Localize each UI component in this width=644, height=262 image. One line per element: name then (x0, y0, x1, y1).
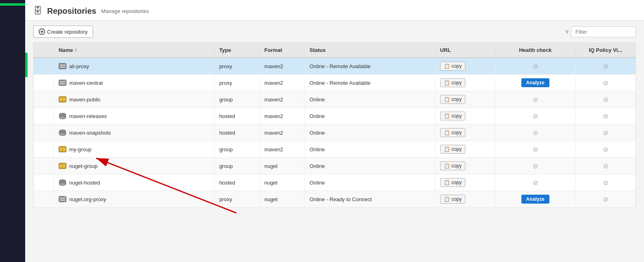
analyze-button[interactable]: Analyze (521, 195, 549, 204)
row-health-check-cell: Analyze (495, 75, 575, 91)
row-format-cell: maven2 (259, 75, 305, 91)
copy-url-button[interactable]: 📋 copy (440, 128, 465, 137)
table-row[interactable]: nuget-groupgroupnugetOnline📋 copy⊘⊘ (34, 158, 636, 174)
copy-url-button[interactable]: 📋 copy (440, 78, 465, 87)
row-type-cell: proxy (214, 191, 259, 208)
row-iq-policy-cell: ⊘ (575, 75, 635, 91)
row-checkbox-cell (34, 58, 54, 75)
main-content: 🗄 Repositories Manage repositories + Cre… (25, 0, 644, 262)
table-row[interactable]: maven-publicgroupmaven2Online📋 copy⊘⊘ (34, 91, 636, 108)
row-iq-policy-cell: ⊘ (575, 141, 635, 158)
proxy-icon (58, 195, 67, 203)
hosted-icon (58, 179, 67, 186)
analyze-button[interactable]: Analyze (521, 78, 549, 87)
col-header-iq-policy[interactable]: IQ Policy Vi... (575, 43, 635, 58)
table-row[interactable]: nuget-hostedhostednugetOnline📋 copy⊘⊘ (34, 174, 636, 191)
row-status-cell: Online (305, 108, 435, 125)
sidebar-top-bar (0, 3, 25, 6)
copy-url-button[interactable]: 📋 copy (440, 112, 465, 120)
table-row[interactable]: my-groupgroupmaven2Online📋 copy⊘⊘ (34, 141, 636, 158)
plus-icon: + (39, 28, 45, 35)
iq-policy-disabled-icon: ⊘ (603, 62, 608, 70)
svg-rect-8 (60, 83, 65, 84)
col-header-health-check[interactable]: Health check (495, 43, 575, 58)
copy-icon: 📋 (444, 97, 450, 102)
row-checkbox-cell (34, 158, 54, 174)
row-name-label: my-group (69, 146, 91, 152)
filter-icon: ▿ (566, 28, 568, 35)
iq-policy-disabled-icon: ⊘ (603, 195, 608, 203)
svg-rect-19 (63, 148, 65, 151)
row-status-cell: Online - Remote Available (305, 75, 435, 91)
hosted-icon (58, 129, 67, 136)
group-icon (58, 162, 67, 170)
col-header-type[interactable]: Type (214, 43, 259, 58)
row-name-cell: ali-proxy (54, 58, 214, 75)
page-title: Repositories (47, 6, 96, 16)
row-url-cell: 📋 copy (435, 91, 495, 108)
row-health-check-cell: ⊘ (495, 174, 575, 191)
row-format-cell: nuget (259, 158, 305, 174)
svg-point-28 (65, 197, 66, 198)
health-check-disabled-icon: ⊘ (533, 179, 538, 187)
iq-policy-disabled-icon: ⊘ (603, 112, 608, 120)
repositories-table: Name ↑ Type Format Status URL Health che… (33, 43, 636, 208)
toolbar: + Create repository ▿ (25, 21, 644, 43)
row-url-cell: 📋 copy (435, 174, 495, 191)
row-health-check-cell: ⊘ (495, 108, 575, 125)
row-format-cell: maven2 (259, 125, 305, 141)
row-checkbox-cell (34, 75, 54, 91)
row-health-check-cell: ⊘ (495, 158, 575, 174)
health-check-disabled-icon: ⊘ (533, 62, 538, 70)
page-header: 🗄 Repositories Manage repositories (25, 0, 644, 21)
sidebar (0, 0, 25, 262)
table-row[interactable]: maven-centralproxymaven2Online - Remote … (34, 75, 636, 91)
row-health-check-cell: ⊘ (495, 125, 575, 141)
table-row[interactable]: ali-proxyproxymaven2Online - Remote Avai… (34, 58, 636, 75)
repositories-icon: 🗄 (33, 6, 42, 16)
copy-url-button[interactable]: 📋 copy (440, 178, 465, 187)
row-checkbox-cell (34, 141, 54, 158)
row-format-cell: maven2 (259, 58, 305, 75)
row-url-cell: 📋 copy (435, 75, 495, 91)
row-name-label: maven-snapshots (69, 130, 111, 136)
row-format-cell: nuget (259, 174, 305, 191)
col-header-url[interactable]: URL (435, 43, 495, 58)
row-type-cell: group (214, 141, 259, 158)
col-header-format[interactable]: Format (259, 43, 305, 58)
iq-policy-disabled-icon: ⊘ (603, 179, 608, 187)
row-name-label: maven-releases (69, 113, 107, 119)
table-row[interactable]: maven-releaseshostedmaven2Online📋 copy⊘⊘ (34, 108, 636, 125)
row-name-label: maven-central (69, 80, 102, 86)
row-iq-policy-cell: ⊘ (575, 91, 635, 108)
col-header-status[interactable]: Status (305, 43, 435, 58)
copy-url-button[interactable]: 📋 copy (440, 161, 465, 170)
copy-url-button[interactable]: 📋 copy (440, 195, 465, 204)
row-format-cell: maven2 (259, 141, 305, 158)
row-url-cell: 📋 copy (435, 58, 495, 75)
copy-url-button[interactable]: 📋 copy (440, 145, 465, 154)
row-name-cell: maven-releases (54, 108, 214, 125)
row-type-cell: group (214, 158, 259, 174)
row-url-cell: 📋 copy (435, 158, 495, 174)
row-name-label: nuget-hosted (69, 180, 100, 186)
col-header-name[interactable]: Name ↑ (54, 43, 214, 58)
row-url-cell: 📋 copy (435, 125, 495, 141)
create-repository-button[interactable]: + Create repository (33, 26, 93, 38)
row-status-cell: Online - Remote Available (305, 58, 435, 75)
row-name-label: nuget-group (69, 163, 97, 169)
row-type-cell: hosted (214, 125, 259, 141)
iq-policy-disabled-icon: ⊘ (603, 79, 608, 87)
iq-policy-disabled-icon: ⊘ (603, 129, 608, 137)
copy-url-button[interactable]: 📋 copy (440, 62, 465, 71)
proxy-icon (58, 79, 67, 86)
filter-input[interactable] (571, 26, 636, 37)
table-row[interactable]: nuget.org-proxyproxynugetOnline - Ready … (34, 191, 636, 208)
row-type-cell: proxy (214, 75, 259, 91)
copy-icon: 📋 (444, 113, 450, 119)
row-checkbox-cell (34, 125, 54, 141)
row-iq-policy-cell: ⊘ (575, 58, 635, 75)
table-row[interactable]: maven-snapshotshostedmaven2Online📋 copy⊘… (34, 125, 636, 141)
row-type-cell: hosted (214, 108, 259, 125)
copy-url-button[interactable]: 📋 copy (440, 95, 465, 104)
